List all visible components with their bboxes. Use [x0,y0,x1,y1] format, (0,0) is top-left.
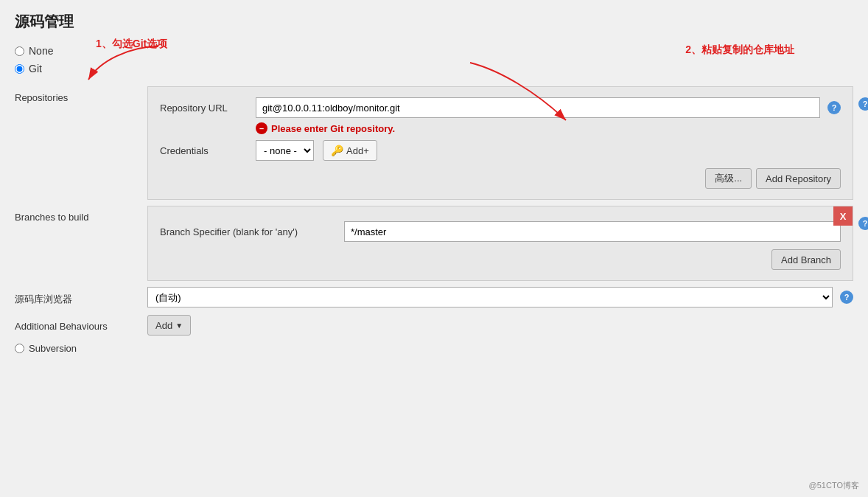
repo-url-label: Repository URL [160,102,256,114]
annotation-2-text: 2、粘贴复制的仓库地址 [685,44,794,57]
subversion-radio[interactable] [15,344,24,353]
source-browser-label: 源码库浏览器 [15,287,147,306]
none-label: None [29,45,53,57]
additional-behaviours-label: Additional Behaviours [15,315,147,332]
error-icon: – [256,122,267,134]
git-radio[interactable] [15,64,24,74]
add-repository-button[interactable]: Add Repository [756,168,841,189]
source-browser-help-icon[interactable]: ? [840,291,853,304]
repo-url-help-icon[interactable]: ? [827,101,841,114]
git-label: Git [29,63,42,74]
repositories-label: Repositories [15,86,147,103]
add-behaviour-button[interactable]: Add ▼ [147,315,191,336]
watermark: @51CTO博客 [809,480,859,491]
repo-url-input[interactable] [256,97,820,118]
repositories-help-icon[interactable]: ? [858,97,868,111]
advanced-button[interactable]: 高级... [705,168,752,189]
branch-specifier-label: Branch Specifier (blank for 'any') [160,226,344,237]
credentials-select[interactable]: - none - [256,140,314,161]
source-browser-select[interactable]: (自动) [147,287,833,307]
credentials-label: Credentials [160,145,256,156]
error-message: – Please enter Git repository. [256,122,841,134]
remove-branch-button[interactable]: X [833,206,853,226]
dropdown-arrow-icon: ▼ [175,322,183,330]
branches-help-icon[interactable]: ? [858,217,868,230]
add-branch-button[interactable]: Add Branch [771,249,841,270]
annotation-1-text: 1、勾选Git选项 [96,38,167,51]
subversion-label: Subversion [29,343,77,354]
none-radio[interactable] [15,46,24,56]
branches-label: Branches to build [15,206,147,223]
credentials-add-button[interactable]: 🔑 Add+ [323,140,377,161]
add-behaviour-label: Add [155,320,172,331]
key-icon: 🔑 [331,145,343,156]
page-title: 源码管理 [15,12,853,32]
branch-specifier-input[interactable] [344,221,841,242]
